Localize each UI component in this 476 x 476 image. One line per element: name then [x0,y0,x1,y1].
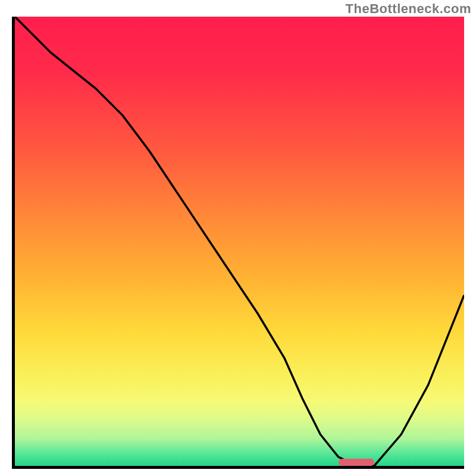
plot-area [12,17,464,469]
bottleneck-curve [15,17,464,466]
curve-layer [15,17,464,466]
chart-figure: TheBottleneck.com [0,0,476,476]
optimal-marker [339,459,374,466]
watermark-text: TheBottleneck.com [346,1,471,17]
